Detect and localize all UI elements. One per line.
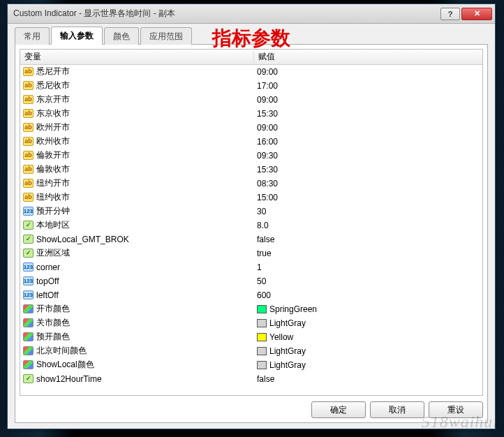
param-row[interactable]: ab倫敦收市15:30 bbox=[20, 163, 482, 177]
param-row[interactable]: ✓ShowLocal_GMT_BROKfalse bbox=[20, 232, 482, 246]
param-name: 纽约开市 bbox=[36, 177, 70, 189]
param-row[interactable]: 123预开分钟30 bbox=[20, 205, 482, 218]
param-name: corner bbox=[36, 262, 60, 272]
variant-icon: ✓ bbox=[23, 221, 34, 230]
param-value-cell[interactable]: 08:30 bbox=[254, 179, 482, 188]
param-value-cell[interactable]: LightGray bbox=[254, 318, 482, 328]
string-icon: ab bbox=[23, 95, 34, 104]
param-row[interactable]: 123leftOff600 bbox=[20, 288, 482, 302]
param-name-cell: 123topOff bbox=[20, 276, 254, 286]
reset-button[interactable]: 重设 bbox=[429, 401, 483, 418]
param-row[interactable]: ab欧州开市09:00 bbox=[20, 121, 482, 135]
param-name: ShowLocal颜色 bbox=[36, 359, 94, 371]
string-icon: ab bbox=[23, 193, 34, 202]
param-value: Yellow bbox=[269, 332, 293, 342]
tab-inputs[interactable]: 输入参数 bbox=[51, 27, 103, 45]
tab-colors[interactable]: 颜色 bbox=[104, 27, 139, 45]
param-value-cell[interactable]: 1 bbox=[254, 262, 482, 272]
param-row[interactable]: ✓本地时区8.0 bbox=[20, 218, 482, 232]
param-value-cell[interactable]: 15:30 bbox=[254, 109, 482, 119]
param-value-cell[interactable]: false bbox=[254, 235, 482, 244]
param-row[interactable]: 预开颜色Yellow bbox=[20, 330, 482, 344]
param-name-cell: 123corner bbox=[20, 262, 254, 272]
param-name: 悉尼开市 bbox=[36, 66, 70, 77]
tab-common[interactable]: 常用 bbox=[15, 27, 50, 45]
param-value-cell[interactable]: Yellow bbox=[254, 332, 482, 342]
param-value: 1 bbox=[257, 262, 262, 272]
color-swatch bbox=[257, 333, 267, 341]
param-name: 预开分钟 bbox=[36, 205, 70, 217]
param-value-cell[interactable]: true bbox=[254, 249, 482, 258]
param-value-cell[interactable]: 17:00 bbox=[254, 81, 482, 91]
param-name-cell: ShowLocal颜色 bbox=[20, 359, 254, 371]
param-value: 15:00 bbox=[257, 193, 278, 202]
tab-visualization[interactable]: 应用范围 bbox=[140, 27, 192, 45]
param-row[interactable]: ab悉尼开市09:00 bbox=[20, 65, 482, 79]
param-value-cell[interactable]: SpringGreen bbox=[254, 304, 482, 314]
param-value-cell[interactable]: 16:00 bbox=[254, 137, 482, 147]
param-value: 09:00 bbox=[257, 95, 278, 105]
tabstrip: 常用 输入参数 颜色 应用范围 bbox=[15, 28, 488, 45]
header-variable[interactable]: 变量 bbox=[20, 51, 254, 63]
param-name-cell: 预开颜色 bbox=[20, 331, 254, 343]
param-list[interactable]: 变量 赋值 ab悉尼开市09:00ab悉尼收市17:00ab东京开市09:00a… bbox=[20, 49, 483, 396]
param-name: 欧州收市 bbox=[36, 135, 70, 147]
param-name: 本地时区 bbox=[36, 219, 70, 231]
param-row[interactable]: 开市颜色SpringGreen bbox=[20, 302, 482, 316]
param-row[interactable]: ✓show12HourTimefalse bbox=[20, 372, 482, 386]
param-value-cell[interactable]: 09:00 bbox=[254, 123, 482, 133]
param-name-cell: ab悉尼收市 bbox=[20, 80, 254, 91]
param-value: 09:30 bbox=[257, 151, 278, 161]
param-row[interactable]: ab欧州收市16:00 bbox=[20, 135, 482, 149]
param-value-cell[interactable]: LightGray bbox=[254, 360, 482, 370]
param-row[interactable]: ab纽约收市15:00 bbox=[20, 191, 482, 205]
param-name: leftOff bbox=[36, 290, 59, 300]
param-value-cell[interactable]: 09:00 bbox=[254, 95, 482, 105]
param-row[interactable]: 北京时间颜色LightGray bbox=[20, 344, 482, 358]
param-value-cell[interactable]: 15:30 bbox=[254, 165, 482, 175]
cancel-button[interactable]: 取消 bbox=[370, 401, 424, 418]
param-value-cell[interactable]: 30 bbox=[254, 207, 482, 216]
header-value[interactable]: 赋值 bbox=[254, 51, 482, 63]
param-value: 17:00 bbox=[257, 81, 278, 91]
param-row[interactable]: ab纽约开市08:30 bbox=[20, 177, 482, 191]
param-value: 09:00 bbox=[257, 67, 278, 77]
param-row[interactable]: ✓亚洲区域true bbox=[20, 246, 482, 260]
param-value-cell[interactable]: 8.0 bbox=[254, 221, 482, 230]
param-value-cell[interactable]: LightGray bbox=[254, 346, 482, 356]
string-icon: ab bbox=[23, 137, 34, 146]
param-name-cell: ab倫敦开市 bbox=[20, 149, 254, 161]
param-row[interactable]: ShowLocal颜色LightGray bbox=[20, 358, 482, 372]
param-value: LightGray bbox=[269, 318, 306, 328]
param-value-cell[interactable]: 50 bbox=[254, 276, 482, 286]
ok-button[interactable]: 确定 bbox=[311, 401, 366, 418]
param-value-cell[interactable]: 09:00 bbox=[254, 67, 482, 77]
param-row[interactable]: ab悉尼收市17:00 bbox=[20, 79, 482, 93]
param-value: 08:30 bbox=[257, 179, 278, 188]
color-icon bbox=[23, 346, 34, 355]
close-button[interactable]: ✕ bbox=[461, 8, 492, 20]
param-name: show12HourTime bbox=[36, 374, 102, 384]
param-value: 15:30 bbox=[257, 165, 278, 175]
color-swatch bbox=[257, 361, 267, 369]
param-name-cell: ✓亚洲区域 bbox=[20, 247, 254, 259]
param-name-cell: 关市颜色 bbox=[20, 317, 254, 329]
help-button[interactable]: ? bbox=[440, 8, 460, 20]
titlebar-buttons: ? ✕ bbox=[440, 8, 492, 20]
variant-icon: ✓ bbox=[23, 249, 34, 258]
param-value: 50 bbox=[257, 276, 266, 286]
param-row[interactable]: ab东京收市15:30 bbox=[20, 107, 482, 121]
param-row[interactable]: ab东京开市09:00 bbox=[20, 93, 482, 107]
param-row[interactable]: 123topOff50 bbox=[20, 274, 482, 288]
param-row[interactable]: ab倫敦开市09:30 bbox=[20, 149, 482, 163]
param-name-cell: ✓show12HourTime bbox=[20, 374, 254, 384]
param-value-cell[interactable]: 600 bbox=[254, 290, 482, 300]
param-row[interactable]: 123corner1 bbox=[20, 260, 482, 274]
param-value-cell[interactable]: 09:30 bbox=[254, 151, 482, 161]
param-value-cell[interactable]: 15:00 bbox=[254, 193, 482, 202]
param-value-cell[interactable]: false bbox=[254, 374, 482, 384]
param-row[interactable]: 关市颜色LightGray bbox=[20, 316, 482, 330]
titlebar[interactable]: Custom Indicator - 显示世界各地时间 - 副本 ? ✕ bbox=[8, 4, 495, 24]
string-icon: ab bbox=[23, 109, 34, 118]
param-name-cell: ab欧州收市 bbox=[20, 135, 254, 147]
